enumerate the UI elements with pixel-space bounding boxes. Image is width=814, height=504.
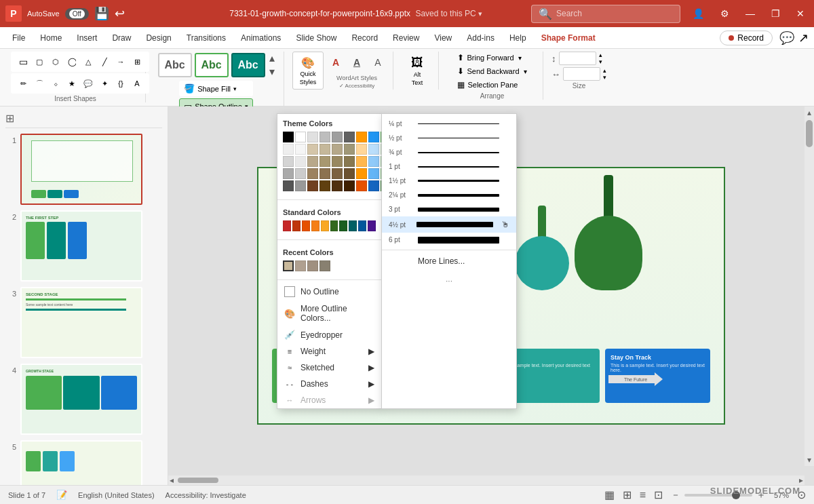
- more-outline-colors-item[interactable]: 🎨 More Outline Colors...: [277, 301, 381, 326]
- text-outline-btn[interactable]: A: [347, 53, 366, 72]
- slide-thumb-4[interactable]: 4 GROWTH STAGE: [5, 364, 162, 435]
- sketched-item[interactable]: ≈ Sketched ▶: [277, 360, 381, 376]
- no-outline-item[interactable]: No Outline: [277, 283, 381, 301]
- share-icon[interactable]: ↗: [798, 31, 809, 45]
- menu-animations[interactable]: Animations: [234, 31, 288, 45]
- color-swatch[interactable]: [356, 144, 367, 155]
- weight-225pt[interactable]: 2¼ pt: [382, 188, 516, 202]
- scroll-thumb[interactable]: [806, 120, 813, 147]
- menu-home[interactable]: Home: [33, 31, 69, 45]
- std-color-green-darker[interactable]: [339, 220, 347, 231]
- scroll-right-icon[interactable]: ▸: [798, 476, 805, 485]
- color-swatch[interactable]: [283, 180, 294, 191]
- vertical-scrollbar[interactable]: ▴ ▾: [805, 106, 814, 466]
- menu-draw[interactable]: Draw: [105, 31, 138, 45]
- scroll-left-icon[interactable]: ◂: [168, 476, 175, 485]
- slide-thumb-3[interactable]: 3 SECOND STAGE Some sample text content …: [5, 287, 162, 358]
- color-swatch[interactable]: [368, 180, 379, 191]
- color-swatch[interactable]: [332, 180, 343, 191]
- color-swatch[interactable]: [307, 156, 318, 167]
- eyedropper-item[interactable]: 💉 Eyedropper: [277, 326, 381, 343]
- color-swatch[interactable]: [307, 168, 318, 179]
- color-swatch[interactable]: [319, 156, 330, 167]
- menu-design[interactable]: Design: [139, 31, 178, 45]
- send-backward-arrow[interactable]: ▾: [524, 68, 527, 75]
- notes-icon[interactable]: 📝: [56, 490, 67, 500]
- settings-icon[interactable]: ⚙: [716, 7, 733, 20]
- slide-image-1[interactable]: [20, 134, 142, 205]
- color-swatch[interactable]: [283, 144, 294, 155]
- styles-scroll-up[interactable]: ▴: [269, 52, 275, 64]
- bring-forward-arrow[interactable]: ▾: [518, 54, 522, 62]
- quick-styles-button[interactable]: 🎨 Quick Styles: [292, 52, 324, 90]
- color-swatch[interactable]: [344, 168, 355, 179]
- height-input[interactable]: 7.08": [559, 52, 596, 65]
- recent-color-4[interactable]: [319, 260, 330, 271]
- color-swatch[interactable]: [295, 180, 306, 191]
- std-color-purple[interactable]: [368, 220, 376, 231]
- close-button[interactable]: ✕: [792, 7, 809, 20]
- color-swatch[interactable]: [307, 132, 318, 142]
- send-backward-button[interactable]: ⬇ Send Backward ▾: [453, 65, 530, 77]
- std-color-amber[interactable]: [311, 220, 319, 231]
- color-swatch[interactable]: [356, 156, 367, 167]
- zoom-out-icon[interactable]: －: [671, 489, 680, 501]
- recent-color-1[interactable]: [283, 260, 294, 271]
- weight-item[interactable]: ≡ Weight ▶: [277, 343, 381, 360]
- color-swatch[interactable]: [283, 132, 294, 142]
- color-swatch[interactable]: [295, 156, 306, 167]
- view-grid-icon[interactable]: ⊞: [623, 488, 632, 501]
- weight-3pt[interactable]: 3 pt: [382, 202, 516, 216]
- weight-025pt[interactable]: ¼ pt: [382, 117, 516, 131]
- color-swatch[interactable]: [307, 180, 318, 191]
- menu-file[interactable]: File: [5, 31, 32, 45]
- scroll-up-icon[interactable]: ▴: [806, 106, 813, 119]
- slide-image-5[interactable]: [20, 440, 142, 485]
- color-swatch[interactable]: [344, 144, 355, 155]
- color-swatch[interactable]: [344, 156, 355, 167]
- std-color-green-dark[interactable]: [330, 220, 338, 231]
- width-spinner[interactable]: ▴▾: [603, 67, 606, 81]
- abc-style-2[interactable]: Abc: [195, 53, 229, 77]
- color-swatch[interactable]: [319, 168, 330, 179]
- slide-image-2[interactable]: THE FIRST STEP: [20, 210, 142, 282]
- color-swatch[interactable]: [295, 168, 306, 179]
- menu-view[interactable]: View: [427, 31, 459, 45]
- std-color-cyan[interactable]: [349, 220, 357, 231]
- std-color-yellow-dark[interactable]: [321, 220, 329, 231]
- color-swatch[interactable]: [283, 168, 294, 179]
- weight-1pt[interactable]: 1 pt: [382, 159, 516, 174]
- shape-fill-button[interactable]: 🪣 Shape Fill ▾: [179, 81, 253, 96]
- menu-transitions[interactable]: Transitions: [180, 31, 233, 45]
- color-swatch[interactable]: [344, 180, 355, 191]
- slide-thumb-2[interactable]: 2 THE FIRST STEP: [5, 210, 162, 282]
- color-swatch[interactable]: [332, 144, 343, 155]
- selection-pane-button[interactable]: ▦ Selection Pane: [453, 79, 530, 91]
- bring-forward-button[interactable]: ⬆ Bring Forward ▾: [453, 52, 530, 64]
- color-swatch[interactable]: [332, 156, 343, 167]
- color-swatch[interactable]: [368, 144, 379, 155]
- color-swatch[interactable]: [344, 132, 355, 142]
- color-swatch[interactable]: [319, 144, 330, 155]
- scroll-down-icon[interactable]: ▾: [806, 454, 813, 466]
- more-lines-item[interactable]: More Lines...: [382, 253, 516, 269]
- autosave-toggle[interactable]: Off: [65, 8, 89, 20]
- canvas-area[interactable]: The First S This is a sample text. Inser…: [168, 106, 814, 485]
- recent-color-2[interactable]: [295, 260, 306, 271]
- panel-collapse-icon[interactable]: ⊞: [5, 112, 14, 125]
- menu-help[interactable]: Help: [503, 31, 533, 45]
- color-swatch[interactable]: [368, 156, 379, 167]
- color-swatch[interactable]: [356, 168, 367, 179]
- menu-addins[interactable]: Add-ins: [460, 31, 501, 45]
- profile-icon[interactable]: 👤: [689, 7, 708, 20]
- std-color-orange-dark[interactable]: [292, 220, 301, 231]
- color-swatch[interactable]: [368, 168, 379, 179]
- fill-caret-icon[interactable]: ▾: [233, 85, 237, 92]
- color-swatch[interactable]: [295, 132, 306, 142]
- undo-icon[interactable]: ↩: [115, 6, 125, 21]
- view-presenter-icon[interactable]: ⊡: [654, 488, 663, 501]
- weight-05pt[interactable]: ½ pt: [382, 131, 516, 145]
- horizontal-scrollbar[interactable]: ◂ ▸: [168, 476, 805, 485]
- arrows-item[interactable]: ↔ Arrows ▶: [277, 392, 381, 408]
- weight-6pt[interactable]: 6 pt: [382, 233, 516, 247]
